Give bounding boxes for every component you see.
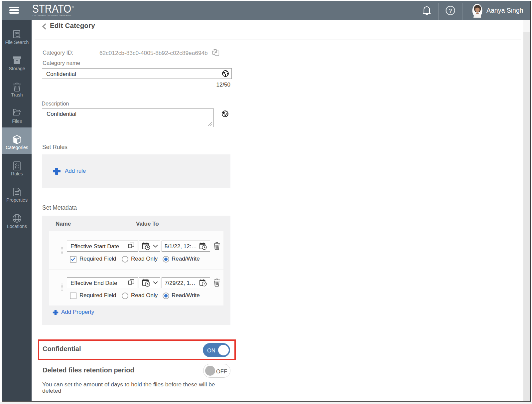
svg-text:?: ? <box>449 8 452 14</box>
